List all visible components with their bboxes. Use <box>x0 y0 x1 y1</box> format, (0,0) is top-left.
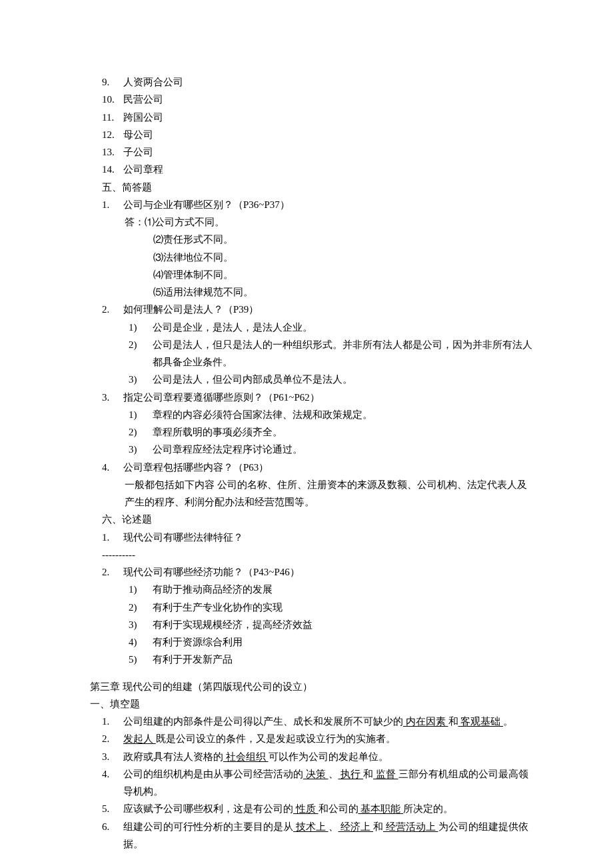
fill-pre: 应该赋予公司哪些权利，这是有公司的 <box>123 803 293 814</box>
fill-mid: 、 <box>328 769 338 779</box>
item-num: 9. <box>102 73 123 91</box>
item-num: 13. <box>102 143 123 161</box>
answer-text: ⑴公司方式不同。 <box>145 217 225 227</box>
fill-num: 6. <box>102 818 123 853</box>
q2-sub-3: 3) 公司是法人，但公司内部成员单位不是法人。 <box>129 371 533 388</box>
fill-mid: 和 <box>373 821 383 832</box>
q1-answer-2: ⑵责任形式不同。 <box>153 231 533 248</box>
sub-text: 章程所载明的事项必须齐全。 <box>153 423 283 441</box>
q2-title: 2. 如何理解公司是法人？（P39） <box>102 301 533 318</box>
eq2-sub-5: 5) 有利于开发新产品 <box>129 651 533 668</box>
q1-title: 1. 公司与企业有哪些区别？（P36~P37） <box>102 196 533 213</box>
sub-num: 5) <box>129 651 153 668</box>
fill-mid: 和 <box>448 716 458 727</box>
section-6-header: 六、论述题 <box>102 511 533 528</box>
fill-1: 1. 公司组建的内部条件是公司得以产生、成长和发展所不可缺少的 内在因素 和 客… <box>102 713 533 730</box>
fill-num: 1. <box>102 713 123 730</box>
q-num: 1. <box>102 196 123 213</box>
eq1-title: 1. 现代公司有哪些法律特征？ <box>102 529 533 546</box>
fill-post: 所决定的。 <box>403 803 453 814</box>
eq2-sub-2: 2) 有利于生产专业化协作的实现 <box>129 599 533 616</box>
item-text: 民营公司 <box>123 91 163 108</box>
eq2-title: 2. 现代公司有哪些经济功能？（P43~P46） <box>102 563 533 581</box>
list-item-13: 13. 子公司 <box>102 143 533 161</box>
q-text: 公司章程包括哪些内容？（P63） <box>123 459 269 476</box>
sub-num: 3) <box>129 371 153 388</box>
q4-content: 一般都包括如下内容 公司的名称、住所、注册资本的来源及数额、公司机构、法定代表人… <box>125 476 533 511</box>
fill-blank: 内在因素 <box>403 716 448 727</box>
item-num: 10. <box>102 91 123 108</box>
fill-post: 可以作为公司的发起单位。 <box>269 751 388 762</box>
sub-text: 公司是法人，但公司内部成员单位不是法人。 <box>153 371 352 388</box>
fill-post: 。 <box>503 716 513 727</box>
item-text: 母公司 <box>123 126 153 143</box>
fill-blank: 基本职能 <box>358 803 404 814</box>
fill-2: 2. 发起人 既是公司设立的条件，又是发起或设立行为的实施者。 <box>102 730 533 747</box>
answer-prefix: 答： <box>125 217 145 227</box>
eq2-sub-3: 3) 有利于实现规模经济，提高经济效益 <box>129 616 533 633</box>
sub-num: 2) <box>129 336 153 371</box>
sub-num: 1) <box>129 319 153 336</box>
chapter-3-title: 第三章 现代公司的组建（第四版现代公司的设立） <box>90 678 533 695</box>
fill-text: 公司的组织机构是由从事公司经营活动的 决策 、 执行 和 监督 三部分有机组成的… <box>123 765 533 801</box>
item-text: 公司章程 <box>123 161 163 178</box>
q4-title: 4. 公司章程包括哪些内容？（P63） <box>102 459 533 476</box>
sub-text: 章程的内容必须符合国家法律、法规和政策规定。 <box>153 406 372 423</box>
fill-blank: 监督 <box>373 769 398 779</box>
fill-text: 发起人 既是公司设立的条件，又是发起或设立行为的实施者。 <box>123 730 533 747</box>
sub-num: 1) <box>129 406 153 423</box>
eq2-sub-1: 1) 有助于推动商品经济的发展 <box>129 581 533 598</box>
fill-pre: 公司的组织机构是由从事公司经营活动的 <box>123 769 303 779</box>
fill-blank: 经营活动上 <box>383 821 438 832</box>
q-num: 1. <box>102 529 123 546</box>
q2-sub-1: 1) 公司是企业，是法人，是法人企业。 <box>129 319 533 336</box>
eq2-sub-4: 4) 有利于资源综合利用 <box>129 633 533 651</box>
fill-5: 5. 应该赋予公司哪些权利，这是有公司的 性质 和公司的 基本职能 所决定的。 <box>102 800 533 817</box>
list-item-12: 12. 母公司 <box>102 126 533 143</box>
q-text: 公司与企业有哪些区别？（P36~P37） <box>123 196 290 213</box>
fill-text: 组建公司的可行性分析的主要目的是从 技术上 、 经济上 和 经营活动上 为公司的… <box>123 818 533 853</box>
q-text: 现代公司有哪些法律特征？ <box>123 529 243 546</box>
fill-mid: 和 <box>363 769 373 779</box>
q-num: 3. <box>102 389 123 406</box>
q-num: 4. <box>102 459 123 476</box>
fill-text: 公司组建的内部条件是公司得以产生、成长和发展所不可缺少的 内在因素 和 客观基础… <box>123 713 533 730</box>
sub-text: 有利于资源综合利用 <box>153 633 243 651</box>
q-text: 如何理解公司是法人？（P39） <box>123 301 259 318</box>
fill-num: 3. <box>102 748 123 765</box>
q2-sub-2: 2) 公司是法人，但只是法人的一种组织形式。并非所有法人都是公司，因为并非所有法… <box>129 336 533 371</box>
fill-section-header: 一、填空题 <box>90 695 533 713</box>
sub-num: 4) <box>129 633 153 651</box>
sub-text: 有利于生产专业化协作的实现 <box>153 599 283 616</box>
question-4: 4. 公司章程包括哪些内容？（P63） 一般都包括如下内容 公司的名称、住所、注… <box>90 459 533 511</box>
essay-q1: 1. 现代公司有哪些法律特征？ <box>90 529 533 546</box>
q-num: 2. <box>102 301 123 318</box>
fill-4: 4. 公司的组织机构是由从事公司经营活动的 决策 、 执行 和 监督 三部分有机… <box>102 765 533 801</box>
fill-blank: 经济上 <box>338 821 374 832</box>
fill-blank: 社会组织 <box>223 751 269 762</box>
list-item-10: 10. 民营公司 <box>102 91 533 108</box>
sub-num: 3) <box>129 616 153 633</box>
sub-num: 1) <box>129 581 153 598</box>
q3-sub-3: 3) 公司章程应经法定程序讨论通过。 <box>129 441 533 458</box>
fill-pre: 政府或具有法人资格的 <box>123 751 223 762</box>
q3-sub-2: 2) 章程所载明的事项必须齐全。 <box>129 423 533 441</box>
item-text: 跨国公司 <box>123 109 163 126</box>
sub-num: 2) <box>129 599 153 616</box>
q-text: 现代公司有哪些经济功能？（P43~P46） <box>123 563 300 581</box>
section-5-header: 五、简答题 <box>102 179 533 196</box>
fill-num: 2. <box>102 730 123 747</box>
fill-pre: 公司组建的内部条件是公司得以产生、成长和发展所不可缺少的 <box>123 716 403 727</box>
sub-text: 公司是法人，但只是法人的一种组织形式。并非所有法人都是公司，因为并非所有法人都具… <box>153 336 533 371</box>
item-num: 12. <box>102 126 123 143</box>
question-3: 3. 指定公司章程要遵循哪些原则？（P61~P62） 1) 章程的内容必须符合国… <box>90 389 533 459</box>
sub-text: 有助于推动商品经济的发展 <box>153 581 273 598</box>
fill-num: 4. <box>102 765 123 801</box>
fill-text: 政府或具有法人资格的 社会组织 可以作为公司的发起单位。 <box>123 748 533 765</box>
fill-blank: 客观基础 <box>458 716 504 727</box>
q-num: 2. <box>102 563 123 581</box>
fill-6: 6. 组建公司的可行性分析的主要目的是从 技术上 、 经济上 和 经营活动上 为… <box>102 818 533 853</box>
list-item-9: 9. 人资两合公司 <box>102 73 533 91</box>
dashes: ---------- <box>102 546 533 563</box>
question-2: 2. 如何理解公司是法人？（P39） 1) 公司是企业，是法人，是法人企业。 2… <box>90 301 533 388</box>
